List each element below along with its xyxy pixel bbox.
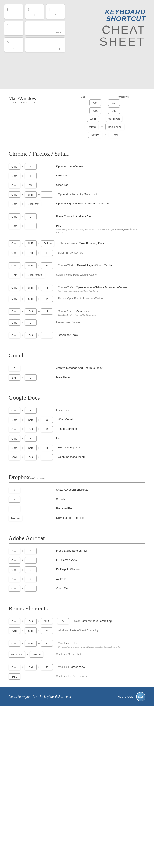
- desc-note: Then Cmd + F to find and highlight items: [58, 313, 146, 316]
- footer-text: Let us know your favorite keyboard short…: [8, 695, 71, 699]
- key-mac: Cmd: [87, 116, 99, 122]
- desc-text: View Source: [76, 310, 92, 313]
- shortcut-row: Cmd+UFirefox: View Source: [8, 319, 146, 326]
- shortcut-row: Ctrl+Opt+IOpen the Insert Menu: [8, 454, 146, 460]
- keys-group: Windows+PrtScn: [8, 651, 51, 658]
- shortcut-row: EArchive Message and Return to Inbox: [8, 365, 146, 371]
- shortcut-row: Cmd+Shift+DeleteChrome/Firefox: Clear Br…: [8, 240, 146, 247]
- key: F11: [8, 673, 20, 680]
- shortcut-row: Shift+Click ReloadSafari: Reload Page Wi…: [8, 272, 146, 278]
- plus-icon: +: [22, 642, 23, 645]
- key: Shift: [8, 272, 20, 278]
- shortcut-row: Cmd+6Place Sticky Note on PDF: [8, 548, 146, 554]
- conv-head-mac: Mac: [81, 96, 85, 98]
- key: T: [41, 191, 53, 198]
- desc-text: Zoom Out: [56, 586, 69, 590]
- description: Open in New Window: [52, 163, 146, 168]
- key: Cmd: [8, 576, 20, 582]
- keys-group: Ctrl+Opt+I: [8, 454, 53, 460]
- plus-icon: +: [22, 242, 23, 245]
- desc-text: Open the Insert Menu: [58, 455, 85, 458]
- plus-icon: +: [38, 427, 40, 431]
- description: Insert Comment: [54, 426, 146, 431]
- plus-icon: +: [38, 456, 40, 459]
- desc-text: Open Navigation Item or Link in a New Ta…: [56, 202, 109, 205]
- keys-group: Cmd+Opt+I: [8, 332, 53, 338]
- plus-icon: +: [22, 437, 23, 440]
- shortcut-row: F2Rename File: [8, 505, 146, 512]
- desc-text: Download or Open File: [56, 516, 84, 519]
- key: V: [57, 618, 69, 624]
- conv-head-win: Windows: [119, 96, 129, 98]
- section-title: Adobe Acrobat: [8, 535, 146, 544]
- description: Chrome/Firefox: Reload Page Without Cach…: [54, 262, 146, 267]
- shortcut-row: Cmd+WClose Tab: [8, 182, 146, 188]
- key: P: [41, 296, 53, 302]
- description: Developer Tools: [54, 332, 146, 337]
- conversion-section: Mac/Windows CONVERSION KEY Mac Windows C…: [0, 89, 154, 144]
- description: Safari: Empty Caches: [54, 250, 146, 254]
- desc-note: See how a page appears without logging i…: [58, 290, 146, 292]
- shortcut-row: ReturnDownload or Open File: [8, 515, 146, 521]
- plus-icon: +: [38, 297, 40, 301]
- description: Open Navigation Item or Link in a New Ta…: [52, 200, 146, 205]
- equals-icon: =: [101, 125, 103, 128]
- description: Word Count: [54, 416, 146, 421]
- key: Click Reload: [25, 272, 45, 278]
- description: FindWhen using an app like Google Docs t…: [52, 223, 146, 234]
- bg-key: ?/: [4, 37, 23, 52]
- description: Insert Link: [52, 407, 146, 412]
- key: E: [8, 365, 20, 371]
- keys-group: Cmd+N: [8, 163, 51, 169]
- desc-text: Mark Unread: [56, 376, 72, 379]
- description: Chrome/Safari: Open Incognito/Private Br…: [54, 284, 146, 292]
- plus-icon: +: [22, 620, 23, 623]
- desc-prefix: Windows:: [58, 629, 69, 632]
- plus-icon: +: [38, 242, 40, 245]
- section-title: Google Docs: [8, 394, 146, 403]
- key: 0: [25, 566, 36, 573]
- description: Place Cursor In Address Bar: [52, 213, 146, 218]
- keys-group: Cmd+F: [8, 223, 51, 229]
- key: Shift: [25, 240, 36, 247]
- desc-prefix: Mac:: [58, 642, 63, 645]
- desc-text: Open in New Window: [56, 164, 83, 168]
- key: N: [25, 163, 36, 169]
- key: Cmd: [8, 308, 20, 315]
- key: N: [41, 284, 53, 291]
- key: L: [25, 213, 36, 220]
- bg-key: shift: [25, 37, 65, 52]
- desc-text-light: Full Screen View: [68, 675, 87, 678]
- key: Click Link: [25, 200, 41, 207]
- plus-icon: +: [38, 334, 40, 337]
- key: Cmd: [8, 191, 20, 198]
- keys-group: /: [8, 496, 51, 503]
- shortcut-row: Cmd++Zoom In: [8, 576, 146, 582]
- bg-key: |\: [46, 4, 65, 19]
- key: R: [41, 262, 53, 269]
- shortcut-row: Cmd+LPlace Cursor In Address Bar: [8, 213, 146, 220]
- bg-key: }]: [25, 4, 44, 19]
- conversion-row: Ctrl=Ctrl: [64, 99, 146, 106]
- key: Cmd: [8, 173, 20, 179]
- description: Find and Replace: [54, 445, 146, 449]
- shortcut-row: Cmd+Shift+HFind and Replace: [8, 445, 146, 451]
- desc-text: Reload Page Without Cache: [77, 264, 112, 267]
- plus-icon: +: [22, 224, 23, 228]
- key: 4: [41, 640, 53, 647]
- keys-group: ?: [8, 487, 51, 493]
- desc-prefix: Safari:: [56, 273, 63, 276]
- key: Cmd: [8, 250, 20, 256]
- keys-group: Cmd+6: [8, 548, 51, 554]
- key-win: Enter: [109, 132, 121, 138]
- section-title: Chrome / Firefox / Safari: [8, 150, 146, 159]
- plus-icon: +: [22, 446, 23, 450]
- plus-icon: +: [22, 568, 23, 571]
- key-mac: Delete: [85, 124, 99, 130]
- plus-icon: +: [54, 620, 56, 623]
- key: Ctrl: [25, 664, 36, 670]
- description: Download or Open File: [52, 515, 146, 520]
- key: F2: [8, 505, 20, 512]
- description: Windows: Paste Without Formatting: [54, 627, 146, 632]
- description: Mac: ScreenshotUse crosshairs to select …: [54, 640, 146, 648]
